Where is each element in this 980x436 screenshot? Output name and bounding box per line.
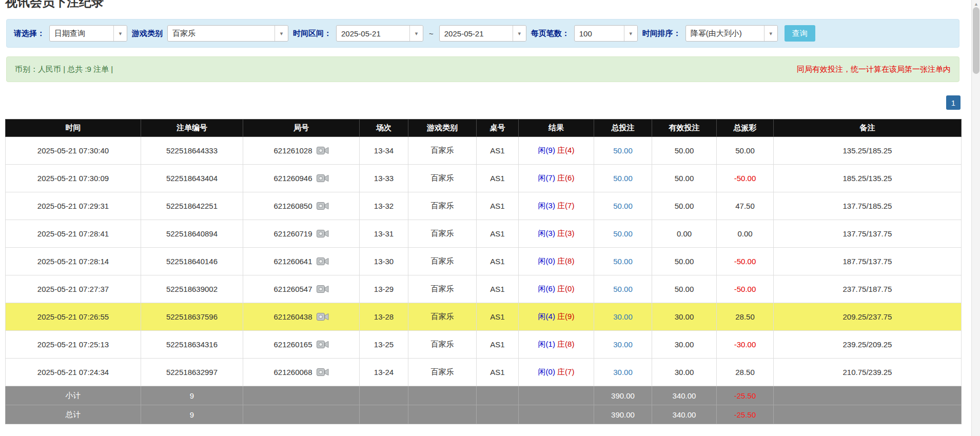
- total-bet-link[interactable]: 30.00: [613, 368, 633, 376]
- cell-bet-no: 522518632997: [141, 359, 243, 386]
- cell-table-no: AS1: [477, 192, 519, 220]
- cell-payout: -50.00: [717, 165, 774, 192]
- table-row: 2025-05-21 07:24:34522518632997621260068…: [6, 359, 962, 386]
- summary-payout: -25.50: [717, 386, 774, 405]
- cell-remark: 137.75/185.25: [774, 192, 962, 220]
- total-bet-link[interactable]: 50.00: [613, 202, 633, 210]
- cell-game-category: 百家乐: [408, 331, 477, 359]
- result-player: 闲(4): [538, 312, 555, 321]
- table-row: 2025-05-21 07:27:37522518639002621260547…: [6, 275, 962, 303]
- game-category-value: 百家乐: [168, 26, 275, 41]
- cell-payout: 47.50: [717, 192, 774, 220]
- cell-result: 闲(1) 庄(8): [519, 331, 594, 359]
- column-header: 桌号: [477, 120, 519, 137]
- cell-payout: 28.50: [717, 303, 774, 331]
- summary-valid-bet: 340.00: [652, 405, 717, 424]
- cell-time: 2025-05-21 07:29:31: [6, 192, 141, 220]
- cell-session: 13-32: [360, 192, 408, 220]
- result-banker: 庄(0): [557, 284, 574, 293]
- date-from-value: 2025-05-21: [337, 26, 409, 41]
- page-size-label: 每页笔数：: [531, 29, 570, 38]
- date-to-select[interactable]: 2025-05-21 ▾: [439, 25, 526, 42]
- cell-valid-bet: 30.00: [652, 303, 717, 331]
- table-summary-row: 总计9390.00340.00-25.50: [6, 405, 962, 424]
- video-replay-icon[interactable]: [317, 312, 329, 321]
- cell-time: 2025-05-21 07:28:41: [6, 220, 141, 248]
- scrollbar-thumb[interactable]: [973, 7, 979, 74]
- table-row: 2025-05-21 07:28:14522518640146621260641…: [6, 248, 962, 275]
- column-header: 游戏类别: [408, 120, 477, 137]
- result-player: 闲(6): [538, 284, 555, 293]
- cell-result: 闲(9) 庄(4): [519, 137, 594, 165]
- total-bet-link[interactable]: 30.00: [613, 340, 633, 349]
- video-replay-icon[interactable]: [317, 146, 329, 155]
- cell-result: 闲(0) 庄(8): [519, 248, 594, 275]
- column-header: 时间: [6, 120, 141, 137]
- cell-payout: 50.00: [717, 137, 774, 165]
- cell-table-no: AS1: [477, 248, 519, 275]
- cell-session: 13-25: [360, 331, 408, 359]
- video-replay-icon[interactable]: [317, 202, 329, 210]
- query-button[interactable]: 查询: [785, 25, 815, 42]
- date-to-value: 2025-05-21: [440, 26, 513, 41]
- range-separator: ~: [428, 29, 435, 38]
- cell-remark: 239.25/209.25: [774, 331, 962, 359]
- cell-table-no: AS1: [477, 359, 519, 386]
- summary-bet-count: 9: [141, 405, 243, 424]
- cell-game-category: 百家乐: [408, 165, 477, 192]
- bet-records-table: 时间注单编号局号场次游戏类别桌号结果总投注有效投注总派彩备注 2025-05-2…: [5, 119, 962, 424]
- cell-session: 13-29: [360, 275, 408, 303]
- round-number: 621260165: [273, 340, 312, 349]
- video-replay-icon[interactable]: [317, 340, 329, 349]
- cell-valid-bet: 50.00: [652, 192, 717, 220]
- cell-payout: -30.00: [717, 331, 774, 359]
- vertical-scrollbar[interactable]: ▲: [971, 0, 980, 436]
- total-bet-link[interactable]: 50.00: [613, 174, 633, 183]
- cell-remark: 137.75/137.75: [774, 220, 962, 248]
- cell-total-bet: 50.00: [594, 165, 652, 192]
- result-banker: 庄(6): [557, 173, 574, 182]
- total-bet-link[interactable]: 50.00: [613, 229, 633, 238]
- result-player: 闲(0): [538, 256, 555, 265]
- cell-time: 2025-05-21 07:24:34: [6, 359, 141, 386]
- chevron-down-icon: ▾: [275, 26, 288, 41]
- table-row: 2025-05-21 07:30:40522518644333621261028…: [6, 137, 962, 165]
- page-button-1[interactable]: 1: [946, 95, 961, 110]
- game-category-label: 游戏类别: [132, 29, 163, 38]
- query-type-select[interactable]: 日期查询 ▾: [49, 25, 127, 42]
- total-bet-link[interactable]: 50.00: [613, 146, 633, 155]
- video-replay-icon[interactable]: [317, 285, 329, 293]
- video-replay-icon[interactable]: [317, 174, 329, 183]
- video-replay-icon[interactable]: [317, 368, 329, 376]
- video-replay-icon[interactable]: [317, 257, 329, 266]
- video-replay-icon[interactable]: [317, 229, 329, 238]
- scrollbar-up-arrow-icon[interactable]: ▲: [972, 1, 980, 7]
- result-player: 闲(9): [538, 146, 555, 154]
- cell-payout: 28.50: [717, 359, 774, 386]
- game-category-select[interactable]: 百家乐 ▾: [167, 25, 288, 42]
- total-bet-link[interactable]: 50.00: [613, 285, 633, 293]
- cell-total-bet: 30.00: [594, 331, 652, 359]
- cell-table-no: AS1: [477, 275, 519, 303]
- cell-round-no: 621260719: [243, 220, 360, 248]
- result-player: 闲(7): [538, 173, 555, 182]
- cell-bet-no: 522518639002: [141, 275, 243, 303]
- cell-session: 13-24: [360, 359, 408, 386]
- cell-bet-no: 522518642251: [141, 192, 243, 220]
- cell-time: 2025-05-21 07:27:37: [6, 275, 141, 303]
- total-bet-link[interactable]: 30.00: [613, 312, 633, 321]
- page-size-select[interactable]: 100 ▾: [574, 25, 638, 42]
- cell-result: 闲(7) 庄(6): [519, 165, 594, 192]
- cell-bet-no: 522518640146: [141, 248, 243, 275]
- cell-table-no: AS1: [477, 331, 519, 359]
- date-from-select[interactable]: 2025-05-21 ▾: [336, 25, 423, 42]
- cell-session: 13-34: [360, 137, 408, 165]
- round-number: 621260547: [273, 285, 312, 293]
- total-bet-link[interactable]: 50.00: [613, 257, 633, 266]
- cell-valid-bet: 50.00: [652, 137, 717, 165]
- time-sort-select[interactable]: 降幂(由大到小) ▾: [685, 25, 778, 42]
- chevron-down-icon: ▾: [513, 26, 526, 41]
- page-title: 视讯会员下注纪录: [5, 0, 104, 10]
- cell-valid-bet: 30.00: [652, 331, 717, 359]
- chevron-down-icon: ▾: [624, 26, 637, 41]
